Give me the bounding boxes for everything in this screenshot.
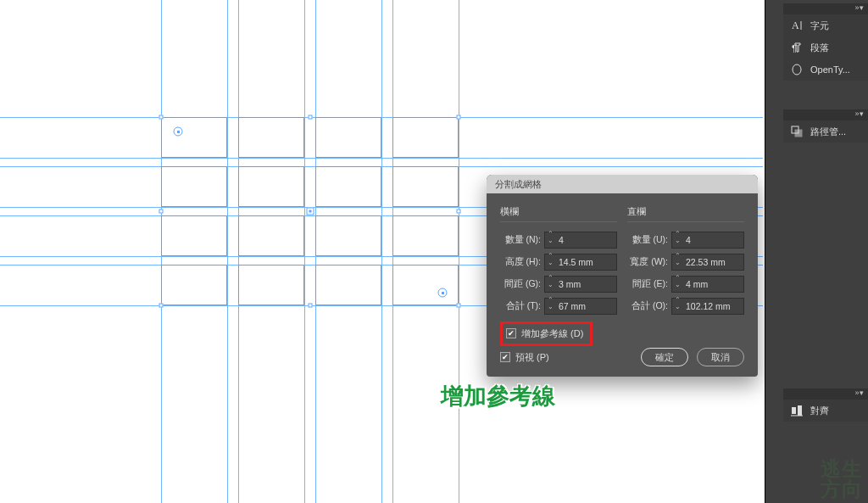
preview-label: 預視 (P) [515, 351, 549, 364]
selection-anchor[interactable] [457, 210, 461, 214]
cols-number-label: 數量 (U): [627, 234, 671, 246]
grid-cell[interactable] [392, 215, 459, 256]
selection-anchor[interactable] [159, 304, 164, 308]
svg-rect-7 [798, 405, 802, 416]
selection-center-anchor[interactable] [307, 208, 314, 215]
guide-vertical [381, 0, 382, 503]
grid-cell[interactable] [315, 117, 381, 158]
panel-label: 路徑管... [810, 126, 846, 138]
panel-paragraph[interactable]: ¶ 段落 [783, 36, 868, 59]
panel-align[interactable]: 對齊 [783, 400, 868, 422]
panel-grip[interactable]: ›› ▾ [783, 388, 868, 400]
svg-text:¶: ¶ [792, 43, 797, 53]
grid-cell[interactable] [315, 215, 381, 256]
cols-width-input[interactable]: 22.53 mm [671, 254, 744, 271]
align-icon [790, 404, 804, 417]
guide-vertical [304, 0, 305, 503]
cols-section-header: 直欄 [627, 205, 744, 222]
grid-cell[interactable] [161, 215, 227, 256]
ok-button[interactable]: 確定 [641, 348, 688, 366]
selection-anchor[interactable] [457, 304, 461, 308]
panel-label: 字元 [810, 20, 829, 32]
cols-number-input[interactable]: 4 [671, 232, 744, 249]
guide-vertical [459, 0, 459, 503]
grid-cell[interactable] [238, 215, 304, 256]
rows-height-input[interactable]: 14.5 mm [544, 254, 617, 271]
cancel-button[interactable]: 取消 [697, 348, 744, 366]
split-into-grid-dialog: 分割成網格 橫欄 數量 (N):4 高度 (H):14.5 mm 間距 (G):… [487, 175, 758, 377]
svg-point-3 [793, 64, 801, 75]
rows-total-label: 合計 (T): [500, 300, 544, 312]
guide-vertical [227, 0, 228, 503]
panel-grip[interactable]: ›› ▾ [783, 3, 868, 14]
selection-anchor[interactable] [457, 115, 461, 120]
rows-number-input[interactable]: 4 [544, 232, 617, 249]
paragraph-icon: ¶ [790, 41, 804, 54]
grid-cell[interactable] [315, 166, 381, 207]
svg-text:A: A [792, 20, 799, 31]
origin-marker[interactable] [174, 127, 183, 137]
cols-gutter-label: 間距 (E): [627, 278, 671, 290]
panel-pathfinder[interactable]: 路徑管... [783, 120, 868, 143]
rows-section-header: 橫欄 [500, 205, 617, 222]
opentype-icon [790, 63, 804, 76]
panel-opentype[interactable]: OpenTy... [783, 59, 868, 81]
character-icon: A [790, 19, 804, 32]
panel-grip[interactable]: ›› ▾ [783, 109, 868, 120]
grid-cell[interactable] [238, 265, 304, 305]
grid-cell[interactable] [392, 166, 459, 207]
grid-cell[interactable] [238, 166, 304, 207]
panel-label: OpenTy... [810, 64, 850, 75]
cols-total-input[interactable]: 102.12 mm [671, 298, 744, 315]
grid-cell[interactable] [161, 117, 227, 158]
svg-rect-6 [792, 407, 796, 414]
grid-cell[interactable] [392, 117, 459, 158]
pathfinder-icon [790, 125, 804, 138]
rows-number-label: 數量 (N): [500, 234, 544, 246]
rows-total-input[interactable]: 67 mm [544, 298, 617, 315]
preview-checkbox[interactable] [500, 352, 510, 362]
origin-marker[interactable] [438, 288, 448, 298]
dialog-title[interactable]: 分割成網格 [487, 175, 758, 193]
rows-gutter-label: 間距 (G): [500, 278, 544, 290]
grid-cell[interactable] [392, 265, 459, 305]
cols-total-label: 合計 (O): [627, 300, 671, 312]
rows-height-label: 高度 (H): [500, 256, 544, 268]
add-guides-highlight: 增加參考線 (D) [500, 321, 593, 346]
grid-cell[interactable] [238, 117, 304, 158]
panel-label: 對齊 [810, 405, 829, 417]
panel-dock: ›› ▾ A 字元 ¶ 段落 OpenTy... ›› ▾ 路徑管... ›› … [783, 0, 868, 447]
add-guides-checkbox[interactable] [506, 328, 516, 338]
add-guides-label: 增加參考線 (D) [521, 327, 583, 340]
rows-gutter-input[interactable]: 3 mm [544, 276, 617, 293]
selection-anchor[interactable] [309, 115, 313, 120]
svg-rect-5 [795, 130, 802, 137]
grid-cell[interactable] [161, 265, 227, 305]
selection-anchor[interactable] [159, 115, 164, 120]
selection-anchor[interactable] [159, 210, 164, 214]
cols-width-label: 寬度 (W): [627, 256, 671, 268]
selection-anchor[interactable] [309, 304, 313, 308]
grid-cell[interactable] [315, 265, 381, 305]
panel-label: 段落 [810, 42, 829, 54]
grid-cell[interactable] [161, 166, 227, 207]
panel-character[interactable]: A 字元 [783, 14, 868, 36]
cols-gutter-input[interactable]: 4 mm [671, 276, 744, 293]
